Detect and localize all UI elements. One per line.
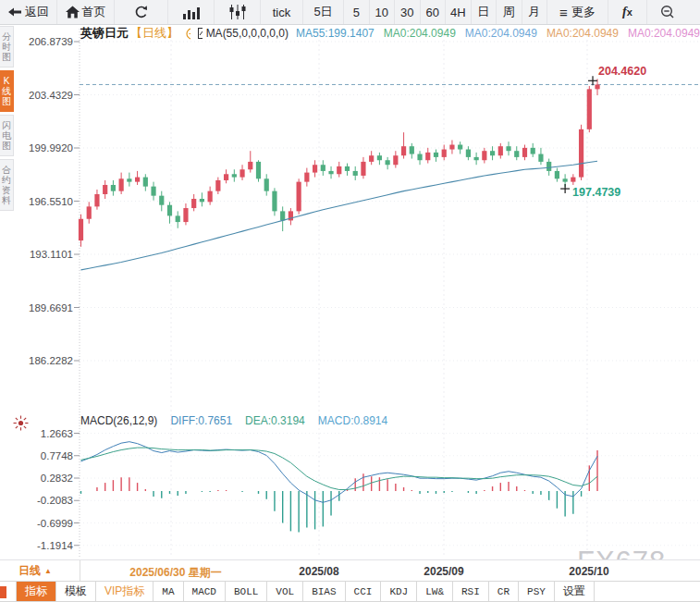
svg-text:203.4329: 203.4329 xyxy=(29,90,73,101)
selected-date-label: 2025/06/30 星期一 xyxy=(129,565,221,581)
tab-scroll-marker[interactable] xyxy=(0,586,6,598)
svg-text:193.1101: 193.1101 xyxy=(30,249,73,260)
home-label: 首页 xyxy=(82,4,106,20)
indicator-tab-VOL[interactable]: VOL xyxy=(267,582,303,601)
add-indicator-icon[interactable] xyxy=(186,28,190,40)
interval-tick-button[interactable]: tick xyxy=(261,0,303,24)
ma-value-0: MA55:199.1407 xyxy=(296,27,375,40)
candle-chart-type-button[interactable] xyxy=(215,0,261,24)
interval-30-button[interactable]: 30 xyxy=(395,0,421,24)
indicator-tab-RSI[interactable]: RSI xyxy=(453,582,489,601)
bar-chart-type-button[interactable] xyxy=(168,0,215,24)
ma-value-2: MA0:204.0949 xyxy=(465,27,537,40)
indicator-tab-BOLL[interactable]: BOLL xyxy=(226,582,267,601)
indicator-tab-设置[interactable]: 设置 xyxy=(555,582,595,601)
indicator-tab-模板[interactable]: 模板 xyxy=(56,582,96,601)
home-icon xyxy=(66,6,80,18)
tick-label: tick xyxy=(273,6,291,19)
zoom-out-button[interactable] xyxy=(647,0,687,24)
symbol-name: 英镑日元 xyxy=(80,26,129,41)
interval-10-button[interactable]: 10 xyxy=(370,0,396,24)
back-button[interactable]: 返回 xyxy=(0,0,57,24)
ma-value-4: MA0:204.0949 xyxy=(628,27,700,40)
svg-text:199.9920: 199.9920 xyxy=(29,142,73,154)
indicator-tab-MACD[interactable]: MACD xyxy=(184,582,226,601)
formula-fx-button[interactable]: fx xyxy=(608,0,647,24)
low-price-annotation: 197.4739 xyxy=(572,186,620,199)
dea-line xyxy=(81,448,598,489)
five-day-label: 5日 xyxy=(313,4,332,20)
interval-4H-button[interactable]: 4H xyxy=(446,0,472,24)
indicator-tab-BIAS[interactable]: BIAS xyxy=(303,582,345,601)
fx-icon: fx xyxy=(622,5,632,19)
macd-macd-value: MACD:0.8914 xyxy=(318,414,387,427)
interval-周-button[interactable]: 周 xyxy=(497,0,522,24)
more-button[interactable]: ≡ 更多 xyxy=(547,0,608,24)
indicator-tab-指标[interactable]: 指标 xyxy=(16,582,56,601)
sidebar-tab-闪电图[interactable]: 闪电图 xyxy=(0,115,14,156)
period-dropdown[interactable]: 日线 ▲ xyxy=(0,560,80,582)
chart-type-sidebar: 分时图K线图闪电图合约资料 xyxy=(0,26,14,214)
svg-text:186.2282: 186.2282 xyxy=(29,355,73,366)
svg-text:189.6691: 189.6691 xyxy=(29,302,73,313)
svg-text:0.7748: 0.7748 xyxy=(41,450,73,461)
macd-dea-value: DEA:0.3194 xyxy=(245,414,305,427)
home-button[interactable]: 首页 xyxy=(57,0,115,24)
high-price-annotation: 204.4620 xyxy=(598,65,646,78)
ma-value-3: MA0:204.0949 xyxy=(546,27,619,40)
back-label: 返回 xyxy=(25,4,49,20)
ma55-line xyxy=(81,161,598,270)
interval-5-button[interactable]: 5 xyxy=(344,0,370,24)
indicator-tab-CR[interactable]: CR xyxy=(489,582,519,601)
price-chart-canvas[interactable]: 206.8739203.4329199.9920196.5510193.1101… xyxy=(0,0,700,602)
interval-5day-button[interactable]: 5日 xyxy=(303,0,344,24)
x-axis-row: 日线 ▲ 2025/06/30 星期一 2025/082025/092025/1… xyxy=(0,559,700,582)
indicator-settings-sun-icon[interactable] xyxy=(13,415,29,431)
ma-value-1: MA0:204.0949 xyxy=(384,27,456,40)
bar-chart-icon xyxy=(182,6,201,19)
ma-values-group: MA55:199.1407MA0:204.0949MA0:204.0949MA0… xyxy=(296,27,700,40)
top-toolbar: 返回 首页 tick 5日 51030604H日周月 ≡ 更多 fx xyxy=(0,0,700,25)
more-label: 更多 xyxy=(571,4,596,20)
indicator-tab-KDJ[interactable]: KDJ xyxy=(381,582,417,601)
sidebar-tab-分时图[interactable]: 分时图 xyxy=(0,26,14,68)
svg-text:0.2832: 0.2832 xyxy=(41,473,73,484)
macd-header: MACD(26,12,9) DIFF:0.7651 DEA:0.3194 MAC… xyxy=(80,414,387,427)
svg-text:-0.2083: -0.2083 xyxy=(37,495,73,506)
candlestick-icon xyxy=(228,5,247,19)
indicator-tab-VIP指标[interactable]: VIP指标 xyxy=(96,582,154,601)
svg-text:1.2663: 1.2663 xyxy=(41,428,73,439)
dropdown-arrow-icon: ▲ xyxy=(44,567,52,575)
sidebar-tab-K线图[interactable]: K线图 xyxy=(0,70,14,112)
macd-formula: MACD(26,12,9) xyxy=(80,414,157,427)
sidebar-tab-合约资料[interactable]: 合约资料 xyxy=(0,159,14,211)
svg-text:206.8739: 206.8739 xyxy=(29,36,73,47)
interval-60-button[interactable]: 60 xyxy=(421,0,447,24)
interval-月-button[interactable]: 月 xyxy=(522,0,548,24)
mini-chart-icon xyxy=(198,28,203,39)
period-dropdown-label: 日线 xyxy=(18,563,41,579)
month-label-2025/09: 2025/09 xyxy=(424,565,463,578)
refresh-icon xyxy=(134,5,149,19)
back-arrow-icon xyxy=(7,6,22,18)
hamburger-icon: ≡ xyxy=(559,5,568,20)
indicator-tab-PSY[interactable]: PSY xyxy=(519,582,555,601)
svg-text:-0.6999: -0.6999 xyxy=(37,518,73,529)
indicator-tab-CCI[interactable]: CCI xyxy=(346,582,382,601)
chart-title-bar: 英镑日元 【日线】 MA(55,0,0,0,0,0) MA55:199.1407… xyxy=(80,26,700,41)
month-label-2025/10: 2025/10 xyxy=(569,565,608,578)
indicator-tab-MA[interactable]: MA xyxy=(154,582,183,601)
interval-buttons-group: 51030604H日周月 xyxy=(344,0,547,24)
svg-text:196.5510: 196.5510 xyxy=(29,196,73,207)
macd-diff-value: DIFF:0.7651 xyxy=(170,414,232,427)
period-label: 【日线】 xyxy=(130,26,178,41)
zoom-out-icon xyxy=(660,5,675,19)
indicator-tabs-bar: 指标模板VIP指标MAMACDBOLLVOLBIASCCIKDJLW&RSICR… xyxy=(0,581,700,602)
candles-group xyxy=(79,79,600,247)
refresh-button[interactable] xyxy=(115,0,168,24)
month-label-2025/08: 2025/08 xyxy=(299,565,338,578)
svg-text:-1.1914: -1.1914 xyxy=(37,540,74,551)
indicator-tab-LW&[interactable]: LW& xyxy=(417,582,453,601)
interval-日-button[interactable]: 日 xyxy=(472,0,497,24)
ma-formula: MA(55,0,0,0,0,0) xyxy=(206,27,289,40)
